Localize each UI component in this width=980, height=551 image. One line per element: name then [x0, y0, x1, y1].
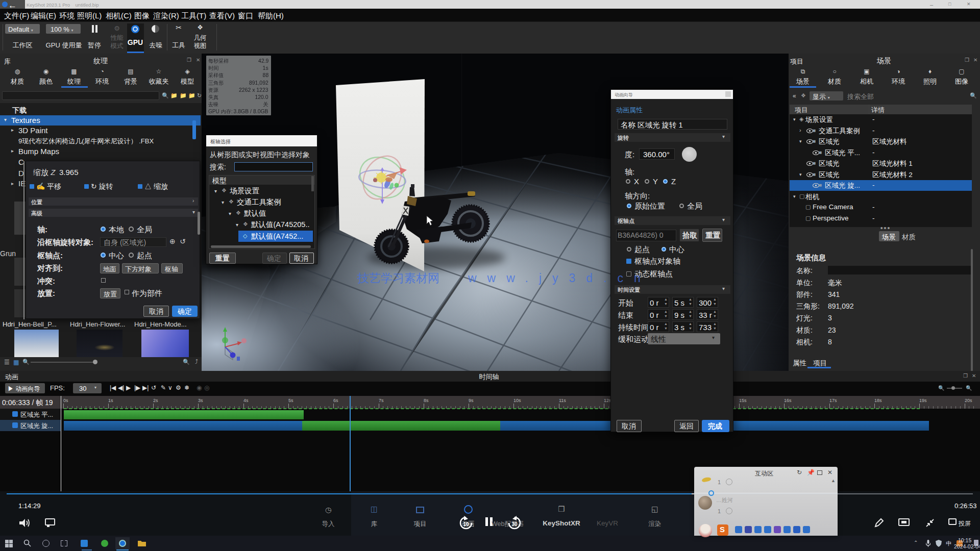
svg-text:10: 10: [463, 521, 469, 527]
svg-text:30: 30: [511, 521, 518, 527]
